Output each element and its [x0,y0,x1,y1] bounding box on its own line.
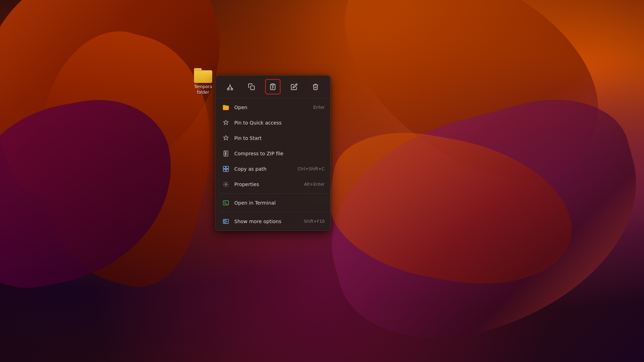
delete-icon [312,83,319,90]
separator-1 [220,193,326,194]
menu-item-show-more-label: Show more options [234,219,297,224]
copy-button[interactable] [244,79,259,94]
svg-point-1 [231,88,233,90]
more-options-icon [221,217,231,226]
svg-point-0 [228,88,229,90]
svg-rect-5 [223,166,226,169]
svg-rect-11 [223,219,229,223]
paste-button[interactable] [265,79,281,94]
context-toolbar [215,76,330,98]
menu-item-copy-path[interactable]: Copy as path Ctrl+Shift+C [215,161,330,177]
delete-button[interactable] [308,79,323,94]
menu-item-open-terminal[interactable]: Open in Terminal [215,195,330,211]
menu-item-show-more[interactable]: Show more options Shift+F10 [215,214,330,229]
menu-item-pin-quick[interactable]: Pin to Quick access [215,115,330,130]
menu-item-copy-path-shortcut: Ctrl+Shift+C [298,166,325,171]
copy-icon [248,83,255,90]
menu-item-show-more-shortcut: Shift+F10 [304,219,325,224]
menu-item-pin-start[interactable]: Pin to Start [215,130,330,146]
cut-button[interactable] [222,79,238,94]
cut-icon [227,83,234,90]
svg-rect-2 [251,86,255,90]
svg-point-9 [225,184,227,185]
menu-item-open-shortcut: Enter [313,105,325,110]
menu-item-open[interactable]: Open Enter [215,100,330,115]
pin-quick-icon [221,118,231,128]
open-icon [221,102,231,112]
menu-item-open-label: Open [234,105,306,110]
menu-item-compress-zip-label: Compress to ZIP file [234,151,325,156]
copy-path-icon [221,164,231,174]
menu-item-compress-zip[interactable]: Compress to ZIP file [215,146,330,161]
svg-rect-6 [226,166,229,169]
svg-rect-8 [223,169,226,172]
folder-icon-graphic [194,68,212,83]
menu-item-properties-shortcut: Alt+Enter [304,182,325,187]
desktop-folder[interactable]: Temporafolder [191,68,215,95]
paste-icon [269,83,276,90]
zip-icon [221,149,231,158]
rename-button[interactable] [286,79,302,94]
menu-item-properties[interactable]: Properties Alt+Enter [215,177,330,192]
svg-rect-3 [272,84,274,85]
menu-item-open-terminal-label: Open in Terminal [234,200,325,206]
menu-item-pin-start-label: Pin to Start [234,135,325,141]
menu-item-pin-quick-label: Pin to Quick access [234,120,325,126]
menu-item-properties-label: Properties [234,182,297,187]
rename-icon [291,83,298,90]
context-menu: Paste (Ctrl+V) [215,75,331,231]
folder-label: Temporafolder [194,84,212,95]
separator-2 [220,212,326,212]
terminal-icon [221,198,231,208]
svg-rect-7 [226,169,229,172]
pin-start-icon [221,133,231,143]
properties-icon [221,179,231,189]
menu-item-copy-path-label: Copy as path [234,166,291,172]
